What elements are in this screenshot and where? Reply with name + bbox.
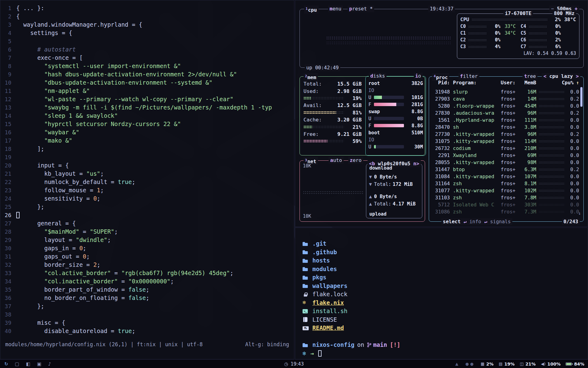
filter-button[interactable]: filter bbox=[458, 73, 479, 80]
process-cpu-graph bbox=[539, 105, 564, 107]
disks-title-label[interactable]: disks bbox=[369, 73, 386, 79]
enter-icon: ↵ bbox=[484, 219, 487, 224]
tray-expand-button[interactable]: ▲ bbox=[455, 362, 460, 366]
tray-apps[interactable]: ● ● bbox=[466, 362, 476, 366]
btop-window[interactable]: 1cpu menu preset * 19:43:37 − 500ms + i7… bbox=[295, 0, 588, 227]
process-row[interactable]: 1561.Hyprland-wrapfros+111M0.0 bbox=[433, 117, 579, 124]
editor-window[interactable]: 1{ ... }:2{3 wayland.windowManager.hyprl… bbox=[0, 0, 294, 359]
process-cpu-graph bbox=[539, 204, 564, 206]
process-pid: 28470 bbox=[433, 124, 450, 130]
display-icon[interactable]: ▣ bbox=[37, 361, 41, 367]
disk-indicator[interactable]: ◫21% bbox=[520, 362, 536, 366]
btop-proc-box[interactable]: 4proc filter tree < cpu lazy > Pid: Prog… bbox=[429, 76, 584, 222]
sort-selector[interactable]: < cpu lazy > bbox=[542, 73, 580, 80]
battery-indicator[interactable]: 84% bbox=[566, 362, 584, 366]
token: "hash dbus-update-activation-environment… bbox=[44, 71, 237, 78]
sort-next-button[interactable]: > bbox=[576, 73, 579, 79]
process-row[interactable]: 31084.kitty-wrappedfros+107M0.0 bbox=[433, 173, 579, 180]
bar-clock[interactable]: ◷ 19:43 bbox=[284, 361, 304, 367]
process-row[interactable]: 26732codiumfros+210M0.0 bbox=[433, 145, 579, 152]
editor-line: 26 bbox=[0, 211, 294, 219]
process-name: .Hyprland-wrap bbox=[453, 117, 501, 123]
net-auto-button[interactable]: auto bbox=[329, 157, 344, 164]
process-row[interactable]: 31103zshfros+7.8M0.0 bbox=[433, 194, 579, 201]
process-row[interactable]: 31948slurpfros+16M0.0 bbox=[433, 88, 579, 95]
file-name: .git bbox=[312, 240, 326, 248]
btop-disks-box[interactable]: disks io root382GIOU101GF281Gswap8.8GU0B… bbox=[365, 76, 426, 156]
btop-net-box[interactable]: 3net auto zero 10K 10K <b wlp0s20f0u5 n>… bbox=[300, 160, 425, 222]
net-zero-button[interactable]: zero bbox=[348, 157, 363, 164]
col-user[interactable]: User: bbox=[501, 80, 520, 86]
cpu-indicator[interactable]: ▦2% bbox=[481, 362, 493, 366]
token: input = { bbox=[16, 162, 69, 169]
process-row[interactable]: 2291Xwaylandfros+69M0.0 bbox=[433, 152, 579, 159]
media-icon[interactable]: ♪ bbox=[48, 361, 51, 367]
sort-prev-button[interactable]: < bbox=[543, 73, 546, 79]
process-row[interactable]: 5712Isolated Web Cfros+303M0.0 bbox=[433, 201, 579, 208]
code-text: disable_autoreload = true; bbox=[16, 328, 135, 334]
token: }; bbox=[16, 203, 44, 210]
col-memb[interactable]: MemB bbox=[520, 80, 536, 86]
process-row[interactable]: 28470shfros+3.8M0.0 bbox=[433, 124, 579, 131]
code-text: "hyprctl setcursor Nordzy-cursors 22 &" bbox=[16, 121, 181, 127]
token: exec-once = [ bbox=[16, 54, 83, 61]
folder-icon bbox=[303, 258, 309, 263]
signals-action[interactable]: signals bbox=[490, 219, 511, 224]
clipboard-icon[interactable]: ◧ bbox=[26, 361, 30, 367]
scroll-down-icon[interactable]: ↓ bbox=[578, 210, 581, 216]
btop-mem-box[interactable]: 2mem Total:15.5 GiBUsed:2.98 GiB19%Avail… bbox=[300, 76, 425, 155]
process-row[interactable]: 27730.kitty-wrappedfros+96M0.2 bbox=[433, 131, 579, 138]
token: "0x00000000" bbox=[128, 278, 170, 285]
mem-box-title[interactable]: 2mem bbox=[303, 73, 318, 81]
upload-speed: 0 Byte/s bbox=[374, 194, 397, 199]
line-number: 21 bbox=[0, 170, 16, 178]
process-row[interactable]: 31447btopfros+6.3M0.2 bbox=[433, 166, 579, 173]
memory-indicator[interactable]: ▤19% bbox=[499, 362, 515, 366]
editor-line: 9 "hash dbus-update-activation-environme… bbox=[0, 70, 294, 79]
file-entry: flake.lock bbox=[303, 290, 588, 299]
process-row[interactable]: 31086zshfros+7.3M0.0 bbox=[433, 208, 579, 215]
disk-bar bbox=[374, 145, 404, 148]
info-action[interactable]: info bbox=[469, 219, 481, 224]
launcher-icon[interactable]: ↻ bbox=[4, 361, 8, 367]
col-pid[interactable]: Pid: bbox=[433, 80, 450, 86]
btop-cpu-box[interactable]: 1cpu menu preset * 19:43:37 − 500ms + i7… bbox=[300, 9, 584, 68]
menu-button[interactable]: menu bbox=[328, 6, 343, 12]
process-row[interactable]: 27903cavafros+14M0.2 bbox=[433, 95, 579, 102]
token: = bbox=[111, 270, 121, 276]
volume-indicator[interactable]: ◀)100% bbox=[541, 362, 560, 366]
select-action[interactable]: select bbox=[443, 219, 461, 224]
core-temp: 34°C bbox=[500, 30, 516, 36]
tray-apps-glyph: ● ● bbox=[466, 362, 474, 366]
line-number: 28 bbox=[0, 228, 16, 236]
io-mode-button[interactable]: io bbox=[414, 73, 423, 79]
workspace-icon[interactable]: ▢ bbox=[15, 361, 19, 367]
process-row[interactable]: 28055.kitty-wrappedfros+98M0.0 bbox=[433, 159, 579, 166]
cpu-core: C62% bbox=[521, 36, 576, 43]
process-row[interactable]: 31077.kitty-wrappedfros+102M0.0 bbox=[433, 187, 579, 194]
preset-button[interactable]: preset * bbox=[348, 6, 374, 12]
col-cpu[interactable]: Cpu% bbox=[561, 80, 574, 86]
proc-scrollbar[interactable] bbox=[580, 87, 582, 107]
tree-toggle-button[interactable]: tree bbox=[522, 73, 537, 80]
line-number: 29 bbox=[0, 236, 16, 244]
input-line[interactable]: ❄ → bbox=[303, 349, 588, 358]
scroll-up-icon[interactable]: ↑ bbox=[574, 80, 579, 86]
col-program[interactable]: Program: bbox=[453, 80, 501, 86]
cpu-box-title[interactable]: 1cpu bbox=[304, 6, 318, 13]
iface-next-button[interactable]: n> bbox=[410, 161, 419, 167]
process-user: fros+ bbox=[501, 110, 520, 116]
mem-meter bbox=[303, 111, 344, 114]
prompt-on: on bbox=[357, 341, 364, 349]
process-cpu: 0.2 bbox=[567, 96, 579, 102]
process-row[interactable]: 31075.kitty-wrappedfros+114M0.0 bbox=[433, 138, 579, 145]
process-row[interactable]: 31164zshfros+8.1M0.0 bbox=[433, 180, 579, 187]
editor-line: 24 sensitivity = 0; bbox=[0, 194, 294, 203]
mem-stat-value: 9.21 GiB bbox=[337, 131, 362, 137]
process-row[interactable]: 5280.floorp-wrappefros+454M0.0 bbox=[433, 102, 579, 109]
code-text: gaps_out = 0; bbox=[16, 253, 90, 260]
process-row[interactable]: 27830.audacious-wrafros+96M0.2 bbox=[433, 109, 579, 117]
process-user: fros+ bbox=[501, 174, 520, 179]
terminal-window[interactable]: .git.githubhostsmodulespkgswallpapersfla… bbox=[295, 228, 588, 359]
file-name: wallpapers bbox=[312, 282, 347, 290]
